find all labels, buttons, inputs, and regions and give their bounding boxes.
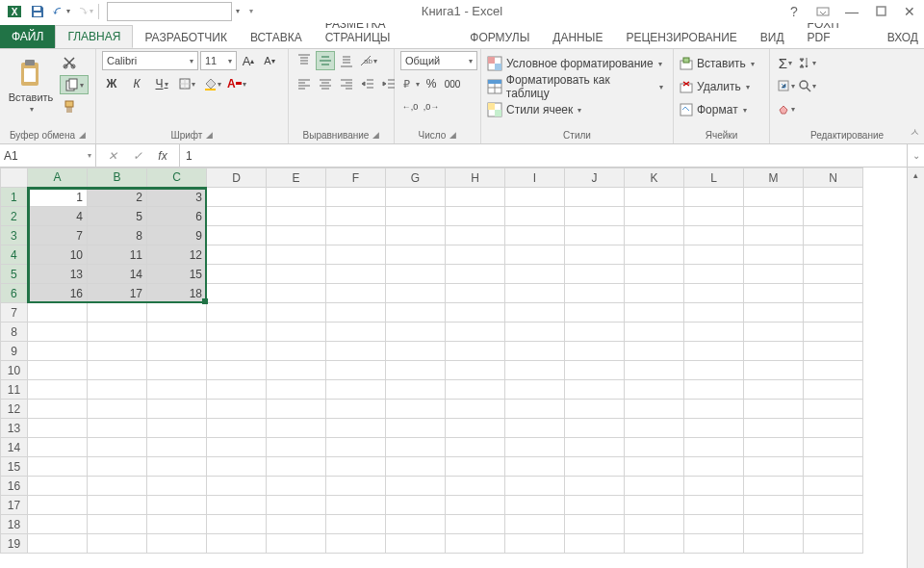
cell[interactable] bbox=[625, 226, 684, 245]
column-header[interactable]: D bbox=[207, 168, 267, 188]
scroll-up-icon[interactable]: ▴ bbox=[908, 168, 924, 183]
cell[interactable] bbox=[267, 226, 326, 245]
cell[interactable] bbox=[326, 323, 386, 342]
cell[interactable] bbox=[505, 265, 565, 284]
cell[interactable] bbox=[804, 457, 863, 477]
cell[interactable] bbox=[207, 457, 267, 477]
font-name-combo[interactable]: Calibri▾ bbox=[102, 51, 198, 70]
align-top-icon[interactable] bbox=[295, 51, 314, 70]
cell[interactable]: 15 bbox=[147, 265, 207, 284]
cell[interactable] bbox=[625, 477, 684, 496]
cell[interactable] bbox=[565, 303, 625, 323]
cell[interactable] bbox=[684, 207, 744, 226]
cell[interactable] bbox=[684, 496, 744, 515]
formula-input[interactable]: 1 bbox=[180, 149, 907, 163]
cell[interactable] bbox=[684, 534, 744, 554]
cell[interactable] bbox=[565, 265, 625, 284]
cell[interactable]: 4 bbox=[28, 207, 88, 226]
increase-decimal-icon[interactable]: ←,0 bbox=[400, 97, 420, 116]
cell[interactable] bbox=[147, 438, 207, 457]
cell[interactable] bbox=[326, 419, 386, 438]
cell[interactable] bbox=[28, 534, 88, 554]
accept-formula-icon[interactable]: ✓ bbox=[125, 145, 150, 167]
cell[interactable] bbox=[386, 496, 446, 515]
row-header[interactable]: 8 bbox=[1, 323, 28, 342]
cell[interactable] bbox=[505, 323, 565, 342]
cell[interactable] bbox=[88, 534, 147, 554]
row-header[interactable]: 18 bbox=[1, 515, 28, 534]
cell[interactable] bbox=[28, 400, 88, 419]
cell[interactable] bbox=[386, 534, 446, 554]
cell[interactable] bbox=[744, 438, 804, 457]
cell[interactable] bbox=[267, 534, 326, 554]
vertical-scrollbar[interactable]: ▴ bbox=[907, 168, 924, 568]
format-painter-icon[interactable] bbox=[60, 97, 79, 116]
bold-button[interactable]: Ж bbox=[102, 74, 121, 93]
cell[interactable] bbox=[744, 323, 804, 342]
expand-formula-bar-icon[interactable]: ⌄ bbox=[907, 144, 924, 167]
row-header[interactable]: 9 bbox=[1, 342, 28, 361]
orientation-icon[interactable]: ab▾ bbox=[358, 51, 377, 70]
save-icon[interactable] bbox=[27, 1, 48, 22]
cell[interactable] bbox=[267, 477, 326, 496]
cell[interactable] bbox=[88, 361, 147, 380]
cell[interactable] bbox=[684, 457, 744, 477]
cell[interactable] bbox=[446, 496, 505, 515]
cell[interactable] bbox=[207, 342, 267, 361]
cell[interactable] bbox=[28, 419, 88, 438]
row-header[interactable]: 3 bbox=[1, 226, 28, 245]
font-size-combo[interactable]: 11▾ bbox=[200, 51, 237, 70]
cell[interactable] bbox=[267, 265, 326, 284]
cell[interactable] bbox=[505, 188, 565, 207]
column-header[interactable]: J bbox=[565, 168, 625, 188]
cell[interactable] bbox=[744, 284, 804, 303]
cell[interactable]: 6 bbox=[147, 207, 207, 226]
cell[interactable] bbox=[744, 207, 804, 226]
align-left-icon[interactable] bbox=[295, 74, 314, 93]
decrease-decimal-icon[interactable]: ,0→ bbox=[422, 97, 441, 116]
cell[interactable] bbox=[88, 419, 147, 438]
align-right-icon[interactable] bbox=[337, 74, 356, 93]
cell[interactable] bbox=[804, 438, 863, 457]
cell[interactable] bbox=[267, 515, 326, 534]
cell[interactable] bbox=[684, 438, 744, 457]
percent-format-icon[interactable]: % bbox=[422, 74, 441, 93]
cell[interactable] bbox=[326, 226, 386, 245]
row-header[interactable]: 2 bbox=[1, 207, 28, 226]
cell[interactable] bbox=[565, 284, 625, 303]
cell[interactable] bbox=[565, 477, 625, 496]
cell[interactable] bbox=[326, 265, 386, 284]
cell[interactable] bbox=[267, 419, 326, 438]
cell[interactable] bbox=[147, 534, 207, 554]
cell[interactable] bbox=[565, 245, 625, 265]
cell[interactable] bbox=[207, 265, 267, 284]
cell[interactable] bbox=[88, 515, 147, 534]
tab-developer[interactable]: Разработчик bbox=[133, 27, 239, 48]
row-header[interactable]: 10 bbox=[1, 361, 28, 380]
cell[interactable] bbox=[147, 419, 207, 438]
cell[interactable] bbox=[446, 303, 505, 323]
cell[interactable] bbox=[505, 380, 565, 400]
cell[interactable] bbox=[28, 477, 88, 496]
cell[interactable] bbox=[625, 457, 684, 477]
autosum-icon[interactable]: Σ▾ bbox=[776, 53, 795, 72]
tab-formulas[interactable]: ФОРМУЛЫ bbox=[458, 27, 541, 48]
cell-grid[interactable]: ABCDEFGHIJKLMN11232456378941011125131415… bbox=[0, 168, 907, 568]
row-header[interactable]: 13 bbox=[1, 419, 28, 438]
align-bottom-icon[interactable] bbox=[337, 51, 356, 70]
cell[interactable] bbox=[446, 226, 505, 245]
cell[interactable] bbox=[505, 226, 565, 245]
cell[interactable] bbox=[744, 419, 804, 438]
cell[interactable] bbox=[28, 342, 88, 361]
cell[interactable] bbox=[326, 457, 386, 477]
tab-file[interactable]: ФАЙЛ bbox=[0, 25, 55, 48]
cell[interactable] bbox=[625, 188, 684, 207]
accounting-format-icon[interactable]: ₽▾ bbox=[400, 74, 420, 93]
cell[interactable] bbox=[326, 380, 386, 400]
cell[interactable] bbox=[684, 226, 744, 245]
cell[interactable] bbox=[565, 226, 625, 245]
cell[interactable] bbox=[267, 303, 326, 323]
cell[interactable] bbox=[505, 457, 565, 477]
cell[interactable] bbox=[207, 188, 267, 207]
cell[interactable] bbox=[565, 342, 625, 361]
